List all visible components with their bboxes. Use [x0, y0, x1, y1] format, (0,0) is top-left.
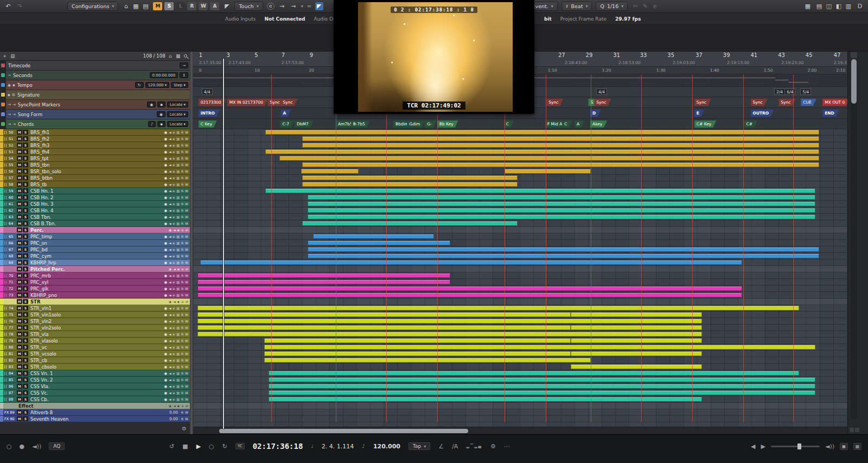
track-control-chip[interactable]: ◉	[157, 111, 165, 117]
fx-level-value[interactable]: 0.00	[169, 410, 178, 415]
sync-point-marker[interactable]: Sync	[694, 99, 711, 106]
midi-region[interactable]	[197, 273, 450, 278]
solo-button[interactable]: S	[23, 358, 28, 363]
monitor-icon[interactable]: ◄	[169, 163, 171, 167]
write-automation-icon[interactable]: W	[185, 280, 188, 284]
instrument-icon[interactable]: ▥	[176, 150, 180, 154]
midi-region[interactable]	[308, 247, 819, 252]
add-track-icon[interactable]: +	[3, 53, 7, 59]
read-automation-icon[interactable]: R	[181, 163, 183, 167]
read-automation-icon[interactable]: R	[181, 391, 183, 395]
record-enable-icon[interactable]: ●	[164, 176, 167, 180]
vertical-scrollbar[interactable]	[851, 59, 857, 420]
chord-marker[interactable]: C	[562, 120, 572, 128]
record-enable-icon[interactable]: ●	[164, 189, 167, 193]
folder-control-icon-2[interactable]: ▪	[177, 300, 180, 303]
monitor-icon[interactable]: ◄	[169, 156, 171, 160]
instrument-icon[interactable]: ▥	[176, 397, 180, 401]
midi-region[interactable]	[302, 162, 819, 167]
instrument-icon[interactable]: ▥	[176, 156, 180, 160]
monitor-speaker-icon[interactable]: ◄))	[32, 443, 41, 450]
folder-control-icon-3[interactable]: ≡	[181, 267, 184, 271]
midi-region[interactable]	[269, 377, 815, 382]
edit-channel-icon[interactable]: e	[173, 397, 175, 401]
midi-region[interactable]	[269, 390, 815, 395]
sync-point-marker[interactable]: CUE	[801, 99, 816, 106]
solo-button[interactable]: S	[23, 267, 28, 271]
instrument-icon[interactable]: ▥	[176, 313, 180, 316]
nav-right-icon[interactable]: ▶	[761, 443, 765, 450]
read-automation-icon[interactable]: R	[181, 352, 183, 356]
mute-button[interactable]: M	[17, 273, 22, 278]
read-automation-icon[interactable]: R	[181, 254, 183, 258]
midi-region[interactable]	[308, 195, 815, 200]
edit-channel-icon[interactable]: e	[173, 150, 175, 154]
song-form-marker[interactable]: D	[590, 110, 601, 117]
write-automation-icon[interactable]: W	[185, 215, 188, 219]
solo-button[interactable]: S	[23, 397, 28, 402]
folder-control-icon-4[interactable]: ⇄	[186, 300, 188, 303]
track-row[interactable]: 53MSBRS_fh4●◄e▥RW	[0, 149, 190, 155]
read-automation-icon[interactable]: R	[181, 293, 183, 297]
solo-button[interactable]: S	[23, 156, 28, 161]
folder-control-icon-0[interactable]: ◉	[169, 228, 171, 232]
chord-marker[interactable]: C	[504, 120, 514, 128]
mute-button[interactable]: M	[17, 280, 22, 284]
chord-marker[interactable]: Akey	[590, 120, 607, 128]
monitor-icon[interactable]: ◄	[169, 306, 171, 310]
record-enable-icon[interactable]: ●	[164, 143, 167, 147]
monitor-icon[interactable]: ◄	[169, 365, 171, 369]
track-row[interactable]: Effect◉◄▪≡⇄	[0, 403, 190, 409]
track-row[interactable]: 65MSPRC_timp●◄e▥RW	[0, 233, 190, 240]
window-layout-icon-0[interactable]: ▤	[815, 3, 823, 10]
track-row[interactable]: 78MSSTR_vla●◄e▥RW	[0, 331, 190, 338]
record-enable-icon[interactable]: ●	[164, 287, 167, 290]
sync-point-marker[interactable]: Sync	[281, 99, 298, 106]
track-row[interactable]: 77MSSTR_vln2solo●◄e▥RW	[0, 325, 190, 331]
record-enable-icon[interactable]: ●	[164, 326, 167, 329]
edit-channel-icon[interactable]: e	[173, 365, 175, 369]
edit-channel-icon[interactable]: e	[173, 234, 175, 238]
write-automation-icon[interactable]: W	[185, 319, 188, 323]
midi-region[interactable]	[264, 351, 570, 356]
monitor-icon[interactable]: ◄	[169, 274, 171, 277]
read-automation-icon[interactable]: R	[181, 202, 183, 206]
read-automation-icon[interactable]: R	[181, 306, 183, 310]
write-automation-icon[interactable]: W	[185, 397, 188, 401]
instrument-icon[interactable]: ▥	[176, 352, 180, 356]
folder-control-icon-4[interactable]: ⇄	[186, 404, 188, 408]
write-automation-icon[interactable]: W	[185, 202, 188, 206]
solo-button[interactable]: S	[23, 260, 28, 265]
write-automation-icon[interactable]: W	[185, 254, 188, 258]
record-enable-icon[interactable]: ●	[164, 397, 167, 401]
solo-button[interactable]: S	[23, 162, 28, 167]
track-control-chip[interactable]: 0:00:00.000	[150, 72, 178, 78]
read-automation-icon[interactable]: R	[181, 319, 183, 323]
automation-l-button[interactable]: L	[176, 2, 185, 10]
read-automation-icon[interactable]: R	[181, 261, 183, 264]
read-automation-icon[interactable]: R	[181, 332, 183, 336]
track-row[interactable]: 60MSCSB Hn. 2●◄e▥RW	[0, 194, 190, 201]
edit-icon[interactable]: e	[267, 3, 275, 10]
track-control-chip[interactable]: →	[180, 62, 188, 68]
track-row[interactable]: 81MSSTR_vcsolo●◄e▥RW	[0, 351, 190, 357]
window-layout-icon-1[interactable]: ◫	[825, 3, 833, 10]
track-row[interactable]: 61MSCSB Hn. 3●◄e▥RW	[0, 201, 190, 207]
output-volume-slider[interactable]	[771, 446, 820, 447]
sync-point-marker[interactable]: MX OUT 0	[822, 99, 850, 106]
signature-marker[interactable]: 6/4	[784, 88, 795, 95]
stop-button[interactable]: ■	[182, 443, 188, 450]
read-automation-icon[interactable]: R	[181, 417, 183, 421]
track-row[interactable]: MSSTR◉◄▪≡⇄	[0, 299, 190, 305]
mute-button[interactable]: M	[17, 325, 22, 330]
mute-button[interactable]: M	[17, 358, 22, 363]
monitor-icon[interactable]: ◄	[169, 280, 171, 284]
mute-button[interactable]: M	[17, 195, 22, 200]
instrument-icon[interactable]: ▥	[176, 182, 180, 186]
track-control-icon[interactable]: ▪	[12, 83, 15, 87]
signature-marker[interactable]: 2/4	[774, 88, 785, 95]
workspace-icon-1[interactable]: ▦	[132, 3, 139, 10]
record-enable-icon[interactable]: ●	[164, 182, 167, 186]
midi-region[interactable]	[571, 325, 702, 330]
record-enable-icon[interactable]: ●	[164, 371, 167, 375]
